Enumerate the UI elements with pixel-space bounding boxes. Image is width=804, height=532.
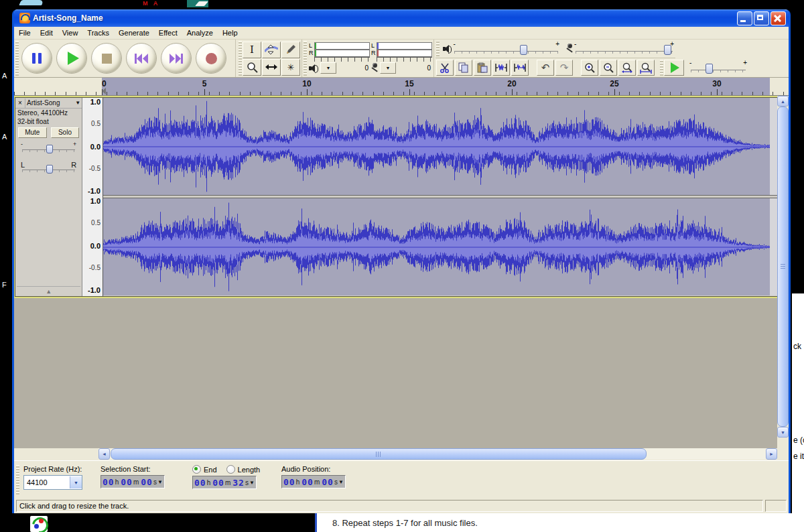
maximize-button[interactable] <box>754 11 769 25</box>
zoom-in-button[interactable] <box>581 60 598 76</box>
draw-tool-button[interactable] <box>281 42 300 58</box>
redo-button[interactable]: ↷ <box>555 60 573 76</box>
timeline-ruler[interactable]: 0 5 10 15 20 25 30 <box>14 78 789 96</box>
ibeam-icon: I <box>250 44 254 56</box>
waveform-channel-left[interactable] <box>103 98 777 195</box>
scroll-left-button[interactable]: ◄ <box>98 448 110 460</box>
menu-help[interactable]: Help <box>218 27 243 38</box>
horizontal-scrollbar[interactable]: ◄ ► <box>98 448 777 460</box>
ruler-major-tick <box>512 89 513 95</box>
pause-button[interactable] <box>21 43 52 74</box>
project-rate-combo[interactable]: 44100 ▼ <box>23 475 82 490</box>
stop-icon <box>102 54 112 64</box>
multi-tool-button[interactable]: ✳ <box>281 59 300 76</box>
toolbar-grip[interactable] <box>436 41 440 56</box>
menu-generate[interactable]: Generate <box>114 27 154 38</box>
field-dropdown-icon[interactable]: ▼ <box>157 479 163 485</box>
mute-button[interactable]: Mute <box>18 127 47 138</box>
undo-button[interactable]: ↶ <box>537 60 554 76</box>
zoom-in-icon <box>584 62 596 74</box>
skip-to-end-button[interactable] <box>161 43 192 74</box>
play-button[interactable] <box>56 43 87 74</box>
track-collapse-button[interactable]: ▲ <box>17 286 80 296</box>
fit-selection-icon <box>621 62 633 74</box>
vertical-ruler[interactable]: 1.0 0.5 0.0 -0.5 -1.0 1.0 0.5 0.0 -0.5 -… <box>82 98 103 296</box>
minimize-button[interactable] <box>737 11 752 25</box>
scroll-right-button[interactable]: ► <box>766 448 777 460</box>
menu-effect[interactable]: Effect <box>154 27 182 38</box>
skip-to-start-button[interactable] <box>126 43 157 74</box>
title-bar[interactable]: Artist-Song_Name <box>14 9 789 27</box>
track-gain-slider[interactable]: - + <box>22 142 75 154</box>
waveform-channel-right[interactable] <box>103 198 777 295</box>
input-volume-icon <box>566 44 573 54</box>
status-resize-grip[interactable] <box>765 500 787 512</box>
end-radio[interactable]: End <box>192 465 217 474</box>
solo-button[interactable]: Solo <box>51 127 80 138</box>
horizontal-scroll-thumb[interactable] <box>111 448 647 460</box>
scroll-down-button[interactable]: ▼ <box>777 427 789 438</box>
silence-audio-button[interactable] <box>511 60 529 76</box>
audio-position-label: Audio Position: <box>281 465 346 473</box>
playback-speed-thumb[interactable] <box>706 64 713 74</box>
scroll-up-button[interactable]: ▲ <box>777 96 789 107</box>
copy-button[interactable] <box>455 60 472 76</box>
input-volume-slider[interactable]: - + <box>576 42 673 56</box>
zoom-tool-button[interactable] <box>243 59 261 76</box>
toolbar-grip[interactable] <box>660 60 663 76</box>
cut-button[interactable] <box>436 60 454 76</box>
trim-audio-button[interactable] <box>492 60 510 76</box>
track-canvas-area[interactable]: × Artist-Song ▼ Stereo, 44100Hz 32-bit f… <box>14 96 789 448</box>
background-document: 8. Repeat steps 1-7 for all music files. <box>315 513 794 532</box>
length-radio[interactable]: Length <box>226 465 261 474</box>
meter-scale <box>377 57 432 62</box>
track-gain-thumb[interactable] <box>46 145 53 153</box>
zoom-out-button[interactable] <box>600 60 617 76</box>
fit-project-button[interactable] <box>637 60 655 76</box>
field-dropdown-icon[interactable]: ▼ <box>249 480 255 486</box>
toolbar-grip[interactable] <box>15 41 19 76</box>
recording-meter-dropdown[interactable]: ▼ <box>380 62 396 74</box>
stop-button[interactable] <box>91 43 122 74</box>
menu-analyze[interactable]: Analyze <box>182 27 218 38</box>
taskbar-app-icon[interactable] <box>30 516 48 532</box>
play-icon <box>68 52 79 65</box>
close-button[interactable] <box>770 11 786 25</box>
selection-tool-button[interactable]: I <box>243 42 261 58</box>
menu-file[interactable]: File <box>14 27 36 38</box>
toolbar-grip[interactable] <box>16 465 19 494</box>
playback-meter-dropdown[interactable]: ▼ <box>320 62 336 74</box>
fit-selection-button[interactable] <box>618 60 636 76</box>
output-volume-thumb[interactable] <box>520 45 527 55</box>
playback-speed-slider[interactable]: - + <box>691 61 746 74</box>
track-pan-thumb[interactable] <box>46 165 53 174</box>
track-close-button[interactable]: × <box>15 98 25 108</box>
output-volume-icon <box>443 45 452 53</box>
menu-edit[interactable]: Edit <box>36 27 58 38</box>
field-dropdown-icon[interactable]: ▼ <box>338 479 344 485</box>
playback-meter[interactable]: L R ▼ 0 <box>309 42 370 75</box>
vertical-scroll-thumb[interactable] <box>777 107 789 427</box>
menu-view[interactable]: View <box>58 27 83 38</box>
track-pan-slider[interactable]: L R <box>22 162 75 174</box>
recording-meter[interactable]: L R ▼ 0 <box>371 42 432 75</box>
track-title-menu[interactable]: Artist-Song ▼ <box>25 99 82 107</box>
combo-dropdown-icon: ▼ <box>70 476 82 488</box>
toolbar-grip[interactable] <box>239 41 242 76</box>
record-button[interactable] <box>196 43 226 74</box>
play-at-speed-button[interactable] <box>664 60 684 76</box>
selection-start-field[interactable]: 00h 00m 00s ▼ <box>100 475 165 488</box>
menu-tracks[interactable]: Tracks <box>82 27 114 38</box>
vertical-scrollbar[interactable]: ▲ ▼ <box>777 96 789 448</box>
timeshift-tool-button[interactable] <box>262 59 281 76</box>
redo-icon: ↷ <box>560 62 569 74</box>
ruler-major-tick <box>717 89 718 95</box>
input-volume-thumb[interactable] <box>664 45 671 55</box>
envelope-tool-button[interactable] <box>262 42 281 58</box>
selection-end-field[interactable]: 00h 00m 32s ▼ <box>192 476 257 489</box>
output-volume-slider[interactable]: - + <box>454 42 558 56</box>
audio-position-field[interactable]: 00h 00m 00s ▼ <box>281 475 346 488</box>
toolbar-grip[interactable] <box>304 41 307 76</box>
paste-button[interactable] <box>474 60 491 76</box>
background-fragment-teal-window <box>187 0 208 7</box>
